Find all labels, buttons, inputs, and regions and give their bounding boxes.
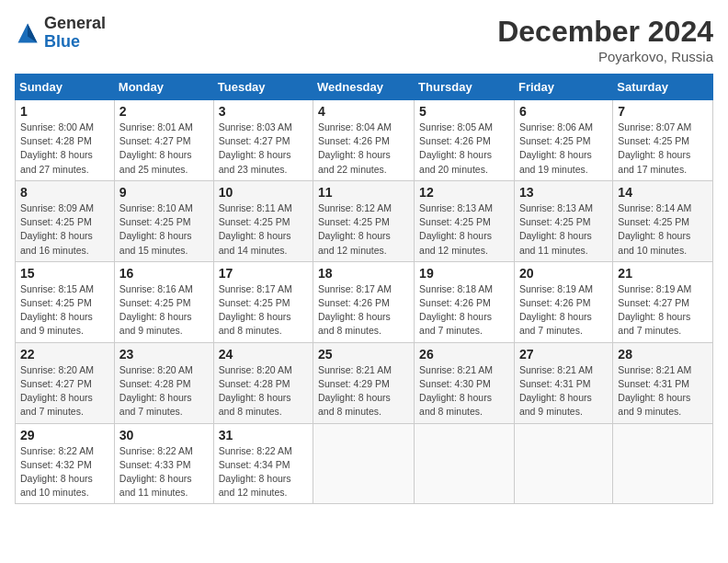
logo-blue: Blue [44,32,80,51]
calendar-cell: 17Sunrise: 8:17 AM Sunset: 4:25 PM Dayli… [213,261,313,342]
calendar-cell [514,423,612,504]
day-number: 19 [419,266,509,281]
day-info: Sunrise: 8:22 AM Sunset: 4:34 PM Dayligh… [219,444,308,500]
day-info: Sunrise: 8:12 AM Sunset: 4:25 PM Dayligh… [318,201,409,258]
calendar-cell: 26Sunrise: 8:21 AM Sunset: 4:30 PM Dayli… [415,342,515,423]
day-number: 16 [119,266,209,281]
day-info: Sunrise: 8:19 AM Sunset: 4:27 PM Dayligh… [618,282,708,339]
day-number: 15 [20,266,109,281]
day-info: Sunrise: 8:21 AM Sunset: 4:30 PM Dayligh… [419,363,509,419]
day-number: 24 [219,347,308,362]
day-number: 20 [519,266,608,281]
day-info: Sunrise: 8:22 AM Sunset: 4:33 PM Dayligh… [119,444,209,500]
day-info: Sunrise: 8:07 AM Sunset: 4:25 PM Dayligh… [618,121,708,177]
calendar-cell: 27Sunrise: 8:21 AM Sunset: 4:31 PM Dayli… [514,342,612,423]
calendar-cell: 19Sunrise: 8:18 AM Sunset: 4:26 PM Dayli… [415,261,515,342]
calendar-cell: 20Sunrise: 8:19 AM Sunset: 4:26 PM Dayli… [514,261,612,342]
day-number: 28 [618,347,708,362]
calendar-cell: 10Sunrise: 8:11 AM Sunset: 4:25 PM Dayli… [213,180,313,261]
month-title: December 2024 [497,15,713,49]
calendar-cell: 31Sunrise: 8:22 AM Sunset: 4:34 PM Dayli… [213,423,313,504]
page-header: General Blue December 2024 Poyarkovo, Ru… [15,15,713,64]
calendar-cell: 1Sunrise: 8:00 AM Sunset: 4:28 PM Daylig… [16,100,115,181]
calendar-table: SundayMondayTuesdayWednesdayThursdayFrid… [15,74,713,504]
calendar-cell: 22Sunrise: 8:20 AM Sunset: 4:27 PM Dayli… [16,342,115,423]
calendar-week-row: 15Sunrise: 8:15 AM Sunset: 4:25 PM Dayli… [16,261,713,342]
calendar-cell: 21Sunrise: 8:19 AM Sunset: 4:27 PM Dayli… [613,261,713,342]
calendar-cell: 6Sunrise: 8:06 AM Sunset: 4:25 PM Daylig… [514,100,612,181]
day-info: Sunrise: 8:13 AM Sunset: 4:25 PM Dayligh… [519,201,608,258]
calendar-header-thursday: Thursday [415,75,515,100]
title-block: December 2024 Poyarkovo, Russia [497,15,713,64]
calendar-cell [613,423,713,504]
day-number: 6 [519,104,608,119]
logo-text: General Blue [44,15,106,52]
calendar-header-sunday: Sunday [16,75,115,100]
calendar-cell: 29Sunrise: 8:22 AM Sunset: 4:32 PM Dayli… [16,423,115,504]
day-number: 5 [419,104,509,119]
calendar-cell: 5Sunrise: 8:05 AM Sunset: 4:26 PM Daylig… [415,100,515,181]
day-info: Sunrise: 8:19 AM Sunset: 4:26 PM Dayligh… [519,282,608,339]
day-number: 13 [519,185,608,200]
day-info: Sunrise: 8:20 AM Sunset: 4:27 PM Dayligh… [20,363,109,419]
day-number: 29 [20,428,109,442]
calendar-week-row: 29Sunrise: 8:22 AM Sunset: 4:32 PM Dayli… [16,423,713,504]
logo: General Blue [15,15,106,52]
day-info: Sunrise: 8:18 AM Sunset: 4:26 PM Dayligh… [419,282,509,339]
calendar-cell: 13Sunrise: 8:13 AM Sunset: 4:25 PM Dayli… [514,180,612,261]
day-info: Sunrise: 8:09 AM Sunset: 4:25 PM Dayligh… [20,201,109,258]
day-info: Sunrise: 8:20 AM Sunset: 4:28 PM Dayligh… [219,363,308,419]
calendar-cell: 23Sunrise: 8:20 AM Sunset: 4:28 PM Dayli… [114,342,213,423]
day-info: Sunrise: 8:15 AM Sunset: 4:25 PM Dayligh… [20,282,109,339]
day-number: 30 [119,428,209,442]
day-number: 27 [519,347,608,362]
day-info: Sunrise: 8:17 AM Sunset: 4:25 PM Dayligh… [219,282,308,339]
day-number: 10 [219,185,308,200]
day-number: 31 [219,428,308,442]
day-number: 7 [618,104,708,119]
calendar-week-row: 22Sunrise: 8:20 AM Sunset: 4:27 PM Dayli… [16,342,713,423]
day-number: 22 [20,347,109,362]
logo-general: General [44,14,106,32]
day-number: 18 [318,266,409,281]
calendar-cell: 14Sunrise: 8:14 AM Sunset: 4:25 PM Dayli… [613,180,713,261]
calendar-cell: 25Sunrise: 8:21 AM Sunset: 4:29 PM Dayli… [313,342,415,423]
calendar-week-row: 1Sunrise: 8:00 AM Sunset: 4:28 PM Daylig… [16,100,713,181]
day-info: Sunrise: 8:16 AM Sunset: 4:25 PM Dayligh… [119,282,209,339]
calendar-header-tuesday: Tuesday [213,75,313,100]
calendar-cell: 4Sunrise: 8:04 AM Sunset: 4:26 PM Daylig… [313,100,415,181]
day-info: Sunrise: 8:03 AM Sunset: 4:27 PM Dayligh… [219,121,308,177]
day-number: 1 [20,104,109,119]
calendar-cell: 7Sunrise: 8:07 AM Sunset: 4:25 PM Daylig… [613,100,713,181]
day-info: Sunrise: 8:11 AM Sunset: 4:25 PM Dayligh… [219,201,308,258]
day-info: Sunrise: 8:01 AM Sunset: 4:27 PM Dayligh… [119,121,209,177]
calendar-cell: 3Sunrise: 8:03 AM Sunset: 4:27 PM Daylig… [213,100,313,181]
calendar-cell [415,423,515,504]
calendar-cell: 8Sunrise: 8:09 AM Sunset: 4:25 PM Daylig… [16,180,115,261]
day-info: Sunrise: 8:17 AM Sunset: 4:26 PM Dayligh… [318,282,409,339]
calendar-header-friday: Friday [514,75,612,100]
day-number: 17 [219,266,308,281]
day-number: 25 [318,347,409,362]
calendar-cell: 24Sunrise: 8:20 AM Sunset: 4:28 PM Dayli… [213,342,313,423]
day-info: Sunrise: 8:13 AM Sunset: 4:25 PM Dayligh… [419,201,509,258]
calendar-cell: 15Sunrise: 8:15 AM Sunset: 4:25 PM Dayli… [16,261,115,342]
day-number: 4 [318,104,409,119]
day-info: Sunrise: 8:04 AM Sunset: 4:26 PM Dayligh… [318,121,409,177]
day-info: Sunrise: 8:06 AM Sunset: 4:25 PM Dayligh… [519,121,608,177]
calendar-cell [313,423,415,504]
day-number: 11 [318,185,409,200]
calendar-cell: 18Sunrise: 8:17 AM Sunset: 4:26 PM Dayli… [313,261,415,342]
day-info: Sunrise: 8:10 AM Sunset: 4:25 PM Dayligh… [119,201,209,258]
day-number: 9 [119,185,209,200]
day-number: 26 [419,347,509,362]
day-number: 8 [20,185,109,200]
day-number: 3 [219,104,308,119]
calendar-header-saturday: Saturday [613,75,713,100]
calendar-week-row: 8Sunrise: 8:09 AM Sunset: 4:25 PM Daylig… [16,180,713,261]
location-subtitle: Poyarkovo, Russia [497,49,713,64]
logo-icon [15,20,40,46]
day-info: Sunrise: 8:00 AM Sunset: 4:28 PM Dayligh… [20,121,109,177]
calendar-header-row: SundayMondayTuesdayWednesdayThursdayFrid… [16,75,713,100]
day-number: 14 [618,185,708,200]
